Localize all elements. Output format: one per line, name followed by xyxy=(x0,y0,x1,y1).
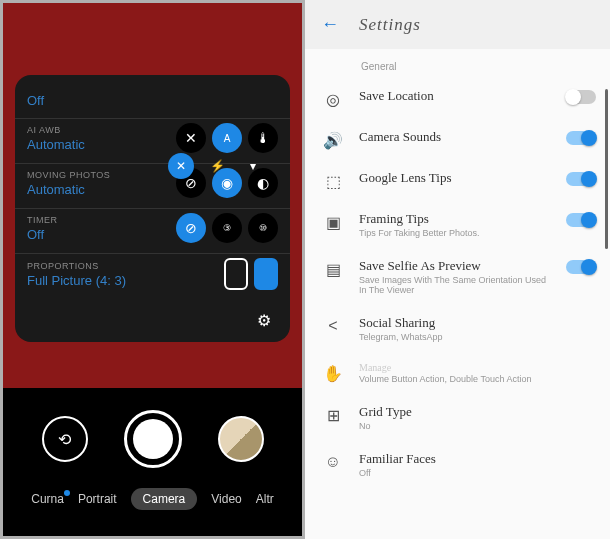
mode-camera[interactable]: Camera xyxy=(131,488,198,510)
mode-altr[interactable]: Altr xyxy=(256,492,274,506)
gear-icon[interactable]: ⚙ xyxy=(250,306,278,334)
sound-icon: 🔊 xyxy=(323,129,343,150)
setting-value: Full Picture (4: 3) xyxy=(27,273,224,288)
face-icon: ☺ xyxy=(323,451,343,471)
location-icon: ◎ xyxy=(323,88,343,109)
setting-value: Off xyxy=(27,227,176,242)
scrollbar[interactable] xyxy=(605,89,608,249)
toggle-camera-sounds[interactable] xyxy=(566,131,596,145)
setting-value: Off xyxy=(27,93,278,108)
timer-10s-icon[interactable]: ⑩ xyxy=(248,213,278,243)
setting-framing-tips[interactable]: ▣ Framing Tips Tips For Taking Better Ph… xyxy=(305,201,610,248)
gallery-preview-button[interactable] xyxy=(218,416,264,462)
setting-camera-sounds[interactable]: 🔊 Camera Sounds xyxy=(305,119,610,160)
tool-icon[interactable]: ✕ xyxy=(168,153,194,179)
lens-icon: ⬚ xyxy=(323,170,343,191)
grid-icon: ⊞ xyxy=(323,404,343,425)
flash-icon[interactable]: ⚡ xyxy=(204,153,230,179)
camera-settings-overlay: ✕ ⚡ ▾ Off AI AWB Automatic ✕ A 🌡 MOVING … xyxy=(15,75,290,342)
setting-value: Automatic xyxy=(27,182,176,197)
ratio-43-icon[interactable] xyxy=(254,258,278,290)
selfie-icon: ▤ xyxy=(323,258,343,279)
toggle-save-selfie[interactable] xyxy=(566,260,596,274)
mode-portrait[interactable]: Portrait xyxy=(78,492,117,506)
effect-icon[interactable]: ▾ xyxy=(240,153,266,179)
toggle-save-location[interactable] xyxy=(566,90,596,104)
toggle-google-lens[interactable] xyxy=(566,172,596,186)
gesture-icon: ✋ xyxy=(323,362,343,383)
camera-bottom-bar: ⟲ Curna Portrait Camera Video Altr xyxy=(3,388,302,536)
setting-save-selfie[interactable]: ▤ Save Selfie As Preview Save Images Wit… xyxy=(305,248,610,305)
switch-camera-button[interactable]: ⟲ xyxy=(42,416,88,462)
timer-3s-icon[interactable]: ③ xyxy=(212,213,242,243)
setting-label: PROPORTIONS xyxy=(27,261,224,271)
camera-app: ✕ ⚡ ▾ Off AI AWB Automatic ✕ A 🌡 MOVING … xyxy=(0,0,305,539)
toggle-framing-tips[interactable] xyxy=(566,213,596,227)
mode-curna[interactable]: Curna xyxy=(31,492,64,506)
setting-familiar-faces[interactable]: ☺ Familiar Faces Off xyxy=(305,441,610,488)
awb-temp-icon[interactable]: 🌡 xyxy=(248,123,278,153)
setting-manage[interactable]: ✋ Manage Volume Button Action, Double To… xyxy=(305,352,610,394)
share-icon: < xyxy=(323,315,343,335)
setting-proportions[interactable]: PROPORTIONS Full Picture (4: 3) xyxy=(15,254,290,300)
ratio-tall-icon[interactable] xyxy=(224,258,248,290)
setting-label: AI AWB xyxy=(27,125,176,135)
settings-panel: ← Settings General ◎ Save Location 🔊 Cam… xyxy=(305,0,610,539)
setting-label: TIMER xyxy=(27,215,176,225)
setting-flash[interactable]: Off xyxy=(15,87,290,119)
setting-timer[interactable]: TIMER Off ⊘ ③ ⑩ xyxy=(15,209,290,254)
settings-title: Settings xyxy=(359,15,421,35)
setting-google-lens[interactable]: ⬚ Google Lens Tips xyxy=(305,160,610,201)
setting-save-location[interactable]: ◎ Save Location xyxy=(305,78,610,119)
awb-auto-icon[interactable]: A xyxy=(212,123,242,153)
settings-list[interactable]: General ◎ Save Location 🔊 Camera Sounds … xyxy=(305,49,610,539)
top-icon-row: ✕ ⚡ ▾ xyxy=(168,153,266,179)
timer-off-icon[interactable]: ⊘ xyxy=(176,213,206,243)
settings-header: ← Settings xyxy=(305,0,610,49)
shutter-button[interactable] xyxy=(124,410,182,468)
awb-off-icon[interactable]: ✕ xyxy=(176,123,206,153)
frame-icon: ▣ xyxy=(323,211,343,232)
mode-video[interactable]: Video xyxy=(211,492,241,506)
setting-grid-type[interactable]: ⊞ Grid Type No xyxy=(305,394,610,441)
setting-value: Automatic xyxy=(27,137,176,152)
mode-selector: Curna Portrait Camera Video Altr xyxy=(3,468,302,510)
section-general: General xyxy=(305,49,610,78)
setting-label: MOVING PHOTOS xyxy=(27,170,176,180)
setting-social-sharing[interactable]: < Social Sharing Telegram, WhatsApp xyxy=(305,305,610,352)
back-arrow-icon[interactable]: ← xyxy=(321,14,339,35)
